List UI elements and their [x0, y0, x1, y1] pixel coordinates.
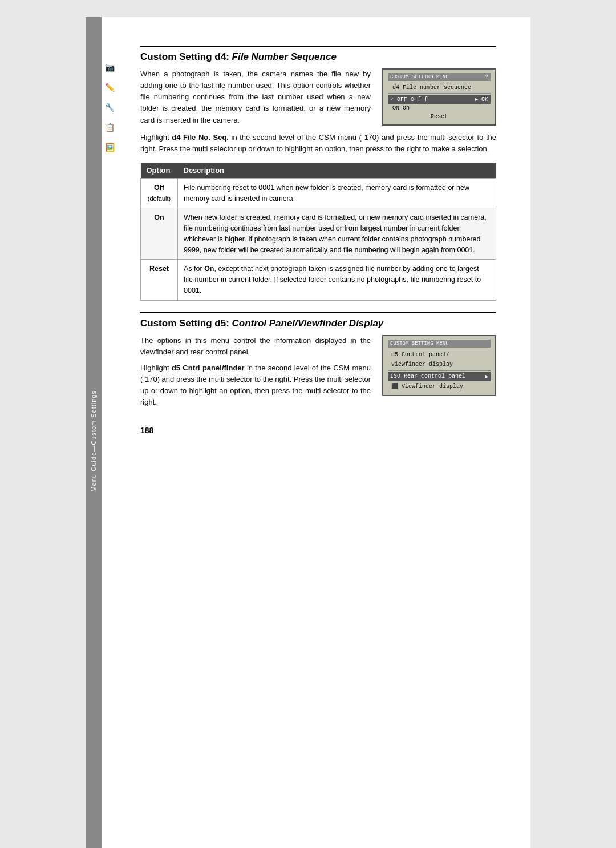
d5-lcd-subtitle1: d5 Control panel/	[388, 350, 491, 360]
pencil-icon: ✏️	[105, 83, 115, 92]
d4-options-table: Option Description Off(default) File num…	[140, 163, 496, 301]
table-row: Reset As for On, except that next photog…	[141, 260, 496, 300]
page: Menu Guide—Custom Settings 📷 ✏️ 🔧 📋 🖼️ C…	[86, 17, 530, 848]
d4-lcd-sep	[388, 93, 491, 94]
description-off: File numbering reset to 0001 when new fo…	[178, 178, 496, 208]
table-row: Off(default) File numbering reset to 000…	[141, 178, 496, 208]
d4-lcd-off-arrow: ▶ OK	[475, 96, 488, 103]
d5-lcd-row2: ⬛ Viewfinder display	[388, 381, 491, 391]
d4-para2-bold: d4 File No. Seq.	[172, 133, 229, 142]
heading-prefix: Custom Setting d4:	[140, 51, 232, 62]
d4-lcd-col: CUSTOM SETTING MENU ? d4 File number seq…	[382, 68, 496, 126]
d5-lcd-title: CUSTOM SETTING MENU	[390, 341, 449, 346]
section-d4: Custom Setting d4: File Number Sequence …	[140, 46, 496, 301]
d4-lcd-title: CUSTOM SETTING MENU	[390, 74, 449, 80]
d4-lcd-off-label: ✓ OFF O f f	[390, 96, 428, 103]
sidebar-tab: Menu Guide—Custom Settings	[86, 17, 102, 848]
section-d5-heading: Custom Setting d5: Control Panel/Viewfin…	[140, 312, 496, 329]
d5-lcd-row1: ISO Rear control panel ▶	[388, 372, 491, 381]
d4-lcd-title-bar: CUSTOM SETTING MENU ?	[388, 73, 491, 81]
option-on: On	[141, 208, 178, 260]
d5-heading-italic: Control Panel/Viewfinder Display	[232, 318, 384, 329]
wrench-icon: 🔧	[105, 103, 115, 112]
table-row: On When new folder is created, memory ca…	[141, 208, 496, 260]
heading-italic: File Number Sequence	[232, 51, 337, 62]
section-d5: Custom Setting d5: Control Panel/Viewfin…	[140, 312, 496, 409]
d5-intro-block: The options in this menu control the inf…	[140, 335, 496, 409]
description-on: When new folder is created, memory card …	[178, 208, 496, 260]
d5-text-col: The options in this menu control the inf…	[140, 335, 371, 409]
d5-lcd-subtitle2: viewfinder display	[388, 360, 491, 369]
main-content: Custom Setting d4: File Number Sequence …	[140, 46, 496, 435]
d4-lcd-reset-row: Reset	[388, 112, 491, 121]
option-reset: Reset	[141, 260, 178, 300]
table-header-description: Description	[178, 163, 496, 179]
list-icon: 📋	[105, 123, 115, 132]
d5-lcd-row1-arrow: ▶	[485, 373, 488, 380]
d4-intro-block: When a photograph is taken, the camera n…	[140, 68, 496, 126]
d4-lcd-on-row: ON On	[388, 104, 491, 112]
d4-lcd-question: ?	[485, 74, 488, 80]
d5-para2-prefix: Highlight	[140, 364, 172, 372]
d4-para2: Highlight d4 File No. Seq. in the second…	[140, 132, 496, 155]
page-number: 188	[140, 426, 496, 435]
d5-heading-prefix: Custom Setting d5:	[140, 318, 232, 329]
section-d4-heading: Custom Setting d4: File Number Sequence	[140, 46, 496, 63]
d5-lcd-row1-label: ISO Rear control panel	[390, 373, 465, 379]
d4-text-col: When a photograph is taken, the camera n…	[140, 68, 371, 126]
d4-para1: When a photograph is taken, the camera n…	[140, 68, 371, 126]
table-header-option: Option	[141, 163, 178, 179]
d5-lcd-sep	[388, 370, 491, 371]
d4-lcd-screen: CUSTOM SETTING MENU ? d4 File number seq…	[382, 68, 496, 126]
d5-para1: The options in this menu control the inf…	[140, 335, 371, 358]
d5-lcd-screen: CUSTOM SETTING MENU d5 Control panel/ vi…	[382, 335, 496, 396]
d4-para2-prefix: Highlight	[140, 133, 172, 142]
d4-lcd-off-row: ✓ OFF O f f ▶ OK	[388, 95, 491, 104]
d5-lcd-col: CUSTOM SETTING MENU d5 Control panel/ vi…	[382, 335, 496, 396]
option-off: Off(default)	[141, 178, 178, 208]
d5-para2: Highlight d5 Cntrl panel/finder in the s…	[140, 362, 371, 409]
description-reset: As for On, except that next photograph t…	[178, 260, 496, 300]
picture-icon: 🖼️	[105, 143, 115, 152]
sidebar-icons: 📷 ✏️ 🔧 📋 🖼️	[102, 63, 117, 152]
sidebar-tab-text: Menu Guide—Custom Settings	[90, 390, 97, 492]
d4-lcd-subtitle: d4 File number sequence	[388, 83, 491, 92]
d5-para2-bold: d5 Cntrl panel/finder	[172, 364, 245, 372]
d5-lcd-title-bar: CUSTOM SETTING MENU	[388, 340, 491, 348]
camera-icon: 📷	[105, 63, 115, 72]
